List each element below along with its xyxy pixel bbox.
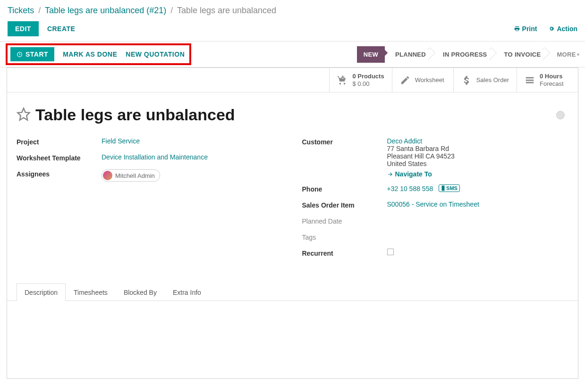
form-sheet: 0 Products$ 0.00 Worksheet Sales Order 0… [7, 67, 578, 379]
start-button[interactable]: START [10, 47, 54, 61]
status-more[interactable]: MORE ▾ [547, 46, 585, 63]
label-project: Project [17, 137, 102, 146]
svg-marker-1 [18, 108, 30, 120]
stat-hours-button[interactable]: 0 HoursForecast [517, 68, 578, 92]
status-bar: NEW PLANNED IN PROGRESS TO INVOICE MORE … [357, 46, 585, 63]
print-button[interactable]: Print [514, 25, 537, 33]
new-quotation-button[interactable]: NEW QUOTATION [126, 50, 185, 58]
edit-button[interactable]: EDIT [8, 21, 39, 36]
status-planned[interactable]: PLANNED [385, 46, 432, 63]
label-phone: Phone [302, 184, 387, 193]
kanban-state-indicator[interactable] [556, 111, 565, 119]
status-to-invoice[interactable]: TO INVOICE [494, 46, 548, 63]
svg-rect-2 [442, 185, 445, 191]
assignee-tag[interactable]: Mitchell Admin [102, 169, 160, 182]
create-button[interactable]: CREATE [47, 25, 76, 33]
mobile-icon [441, 185, 445, 191]
label-assignees: Assignees [17, 169, 102, 178]
label-planned-date: Planned Date [302, 217, 387, 225]
page-title: Table legs are unbalanced [35, 106, 235, 124]
label-customer: Customer [302, 137, 387, 146]
tab-extra-info[interactable]: Extra Info [165, 284, 209, 301]
breadcrumb: Tickets / Table legs are unbalanced (#21… [0, 0, 585, 19]
label-worksheet-template: Worksheet Template [17, 153, 102, 162]
link-worksheet-template[interactable]: Device Installation and Maintenance [102, 153, 208, 161]
favorite-star-icon[interactable] [17, 107, 31, 123]
recurrent-checkbox[interactable] [387, 249, 394, 255]
highlighted-action-group: START MARK AS DONE NEW QUOTATION [6, 43, 191, 65]
pencil-icon [400, 75, 410, 85]
status-in-progress[interactable]: IN PROGRESS [432, 46, 494, 63]
stat-worksheet-button[interactable]: Worksheet [392, 68, 453, 92]
tab-content [7, 301, 578, 358]
address-line-3: United States [387, 160, 427, 167]
label-recurrent: Recurrent [302, 249, 387, 257]
address-line-2: Pleasant Hill CA 94523 [387, 152, 455, 160]
breadcrumb-parent[interactable]: Table legs are unbalanced (#21) [45, 6, 166, 15]
avatar [103, 171, 112, 180]
navigate-to-link[interactable]: Navigate To [387, 170, 432, 178]
gear-icon [548, 25, 555, 32]
status-new[interactable]: NEW [357, 46, 385, 63]
stat-products-button[interactable]: 0 Products$ 0.00 [329, 68, 391, 92]
address-line-1: 77 Santa Barbara Rd [387, 145, 449, 152]
cart-icon [337, 75, 348, 85]
tab-description[interactable]: Description [17, 284, 66, 301]
action-button[interactable]: Action [548, 25, 577, 33]
link-phone[interactable]: +32 10 588 558 [387, 185, 433, 192]
tab-blocked-by[interactable]: Blocked By [116, 284, 165, 301]
link-project[interactable]: Field Service [102, 137, 140, 145]
breadcrumb-root[interactable]: Tickets [8, 6, 34, 15]
list-icon [525, 75, 535, 85]
clock-icon [17, 51, 23, 58]
tab-timesheets[interactable]: Timesheets [66, 284, 116, 301]
label-tags: Tags [302, 233, 387, 241]
stat-sales-order-button[interactable]: Sales Order [453, 68, 517, 92]
breadcrumb-current: Table legs are unbalanced [177, 6, 276, 15]
print-icon [514, 25, 520, 32]
link-customer[interactable]: Deco Addict [387, 137, 423, 145]
link-sales-order-item[interactable]: S00056 - Service on Timesheet [387, 200, 479, 208]
dollar-icon [461, 75, 472, 85]
sms-button[interactable]: SMS [439, 184, 460, 192]
tabs: Description Timesheets Blocked By Extra … [7, 284, 578, 301]
label-sales-order-item: Sales Order Item [302, 200, 387, 209]
arrow-right-icon [387, 171, 393, 177]
mark-as-done-button[interactable]: MARK AS DONE [63, 50, 117, 58]
